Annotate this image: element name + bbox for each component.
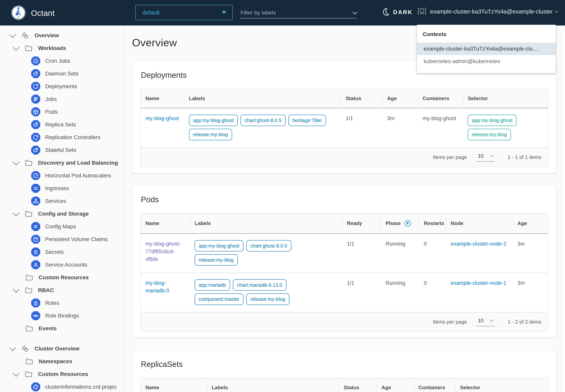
table-header-row: Name Labels Status Age Containers Select… — [141, 89, 548, 108]
sidebar-item-daemon-sets[interactable]: Daemon Sets — [0, 67, 123, 80]
sidebar-item-workloads[interactable]: Workloads — [0, 42, 123, 55]
node-link[interactable]: example-cluster-node-2 — [451, 241, 506, 247]
items-per-page-label: Items per page — [433, 154, 467, 160]
deployment-link[interactable]: my-blog-ghost — [145, 115, 179, 121]
sidebar-item-secrets[interactable]: Secrets — [0, 246, 123, 258]
context-option-selected[interactable]: example-cluster-ka3TuTzYo4a@example-clu… — [417, 42, 556, 55]
sidebar-item-cluster-overview[interactable]: Cluster Overview — [0, 342, 123, 355]
top-bar: Octant default Filter by labels DARK exa… — [0, 0, 565, 26]
sidebar-item-persistent-volume-claims[interactable]: Persistent Volume Claims — [0, 233, 123, 246]
sidebar-item-label: Pods — [45, 109, 58, 115]
folder-icon — [24, 159, 33, 167]
sidebar-item-label: Workloads — [38, 45, 66, 51]
node-link[interactable]: example-cluster-node-1 — [451, 280, 506, 286]
chevron-down-icon[interactable] — [13, 210, 19, 216]
status-cell: 1/1 — [341, 108, 383, 147]
sidebar-item-label: Events — [39, 325, 57, 332]
sidebar-item-config-and-storage[interactable]: Config and Storage — [0, 207, 123, 220]
context-selector[interactable]: example-cluster-ka3TuTzYo4a@example-clus… — [417, 7, 558, 16]
label-chip[interactable]: heritage:Tiller — [288, 115, 326, 126]
sidebar-item-discovery-and-load-balancing[interactable]: Discovery and Load Balancing — [0, 156, 123, 169]
chevron-down-icon[interactable] — [9, 344, 16, 351]
column-header-status: Status — [341, 89, 383, 108]
label-chip[interactable]: release:my-blog — [195, 254, 238, 266]
sidebar-item-pods[interactable]: Pods — [0, 105, 123, 118]
namespace-select[interactable]: default — [135, 5, 233, 20]
pod-link[interactable]: my-blog-mariadb-0 — [145, 280, 169, 294]
table-header-row: Name Labels Status Age Containers Select… — [141, 378, 548, 392]
label-chip[interactable]: chart:mariadb-6.13.0 — [233, 279, 286, 291]
sidebar-item-services[interactable]: Services — [0, 195, 123, 207]
sidebar-item-cron-jobs[interactable]: Cron Jobs — [0, 55, 123, 67]
rolebinding-icon — [31, 311, 40, 320]
sidebar-item-deployments[interactable]: Deployments — [0, 80, 123, 93]
theme-toggle[interactable]: DARK — [381, 7, 413, 17]
column-header-name: Name — [141, 378, 207, 392]
chevron-down-icon[interactable] — [9, 31, 16, 38]
selector-chip[interactable]: release:my-blog — [468, 129, 511, 140]
role-icon — [31, 298, 40, 308]
chevron-down-icon[interactable] — [13, 370, 19, 377]
folder-icon — [25, 357, 34, 365]
page-size-select[interactable]: 10 — [476, 318, 495, 326]
sidebar-item-stateful-sets[interactable]: Stateful Sets — [0, 144, 123, 156]
label-chip[interactable]: app:my-blog-ghost — [189, 115, 238, 126]
label-chip[interactable]: app:mariadb — [195, 279, 230, 291]
sidebar-item-events[interactable]: Events — [0, 322, 123, 335]
label-chip[interactable]: app:my-blog-ghost — [195, 240, 243, 252]
sidebar-item-replication-controllers[interactable]: Replication Controllers — [0, 131, 123, 144]
label-chip[interactable]: chart:ghost-8.0.5 — [246, 240, 291, 252]
pagination-range: 1 - 2 of 2 items — [508, 319, 541, 325]
sidebar-item-label: Roles — [45, 300, 59, 306]
column-header-labels: Labels — [207, 378, 339, 392]
column-header-age: Age — [383, 89, 418, 108]
sidebar-item-overview[interactable]: Overview — [0, 29, 123, 42]
replicasets-card: ReplicaSets Name Labels Status Age Conta… — [132, 350, 556, 392]
sidebar-item-ingresses[interactable]: Ingresses — [0, 182, 123, 195]
sidebar-item-custom-resources[interactable]: Custom Resources — [0, 368, 123, 380]
sidebar-item-horizontal-pod-autoscalers[interactable]: Horizontal Pod Autoscalers — [0, 169, 123, 182]
sidebar-item-config-maps[interactable]: Config Maps — [0, 220, 123, 233]
deployments-card: Deployments Name Labels Status Age Conta… — [132, 61, 556, 173]
chevron-down-icon — [490, 153, 494, 157]
vertical-scrollbar[interactable] — [560, 26, 565, 392]
sidebar-item-label: Jobs — [45, 96, 57, 102]
selector-chip[interactable]: app:my-blog-ghost — [468, 115, 517, 126]
filter-funnel-icon[interactable] — [404, 220, 411, 227]
sidebar-item-roles[interactable]: Roles — [0, 296, 123, 309]
column-header-restarts: Restarts — [419, 214, 446, 234]
age-cell: 3m — [383, 108, 418, 147]
folder-icon — [24, 286, 33, 294]
filter-labels-input[interactable]: Filter by labels — [240, 7, 357, 18]
column-header-name: Name — [141, 89, 184, 108]
pod-link[interactable]: my-blog-ghost-77df85c6cd-vf6dx — [145, 241, 181, 262]
contexts-dropdown: Contexts example-cluster-ka3TuTzYo4a@exa… — [417, 25, 556, 73]
label-chip[interactable]: release:my-blog — [189, 129, 232, 140]
label-chip[interactable]: release:my-blog — [246, 294, 289, 305]
ready-cell: 1/1 — [342, 273, 381, 312]
chevron-down-icon[interactable] — [13, 44, 19, 51]
page-size-select[interactable]: 10 — [476, 153, 495, 162]
moon-icon — [381, 7, 390, 17]
column-header-labels: Labels — [190, 214, 342, 234]
sidebar-item-replica-sets[interactable]: Replica Sets — [0, 118, 123, 131]
folder-icon — [24, 210, 33, 218]
sidebar-item-role-bindings[interactable]: Role Bindings — [0, 309, 123, 322]
context-option[interactable]: kubernetes-admin@kubernetes — [417, 55, 556, 68]
chevron-down-icon — [555, 9, 559, 13]
sidebar-item-rbac[interactable]: RBAC — [0, 284, 123, 296]
main-content: Overview Deployments Name Labels Status … — [124, 26, 560, 392]
objects-icon — [20, 345, 30, 353]
sidebar-item-service-accounts[interactable]: Service Accounts — [0, 258, 123, 271]
daemonset-icon — [31, 69, 40, 78]
label-chip[interactable]: component:master — [195, 294, 243, 305]
sidebar-item-namespaces[interactable]: Namespaces — [0, 355, 123, 368]
sidebar-item-clusterinformations-crd-projec[interactable]: clusterinformations.crd.projec — [0, 380, 123, 392]
label-chip[interactable]: chart:ghost-8.0.5 — [240, 115, 286, 126]
sidebar-item-custom-resources[interactable]: Custom Resources — [0, 271, 123, 284]
hpa-icon — [31, 171, 40, 180]
chevron-down-icon[interactable] — [13, 286, 19, 293]
chevron-down-icon[interactable] — [13, 159, 19, 165]
column-header-node: Node — [446, 214, 513, 234]
sidebar-item-jobs[interactable]: Jobs — [0, 93, 123, 105]
